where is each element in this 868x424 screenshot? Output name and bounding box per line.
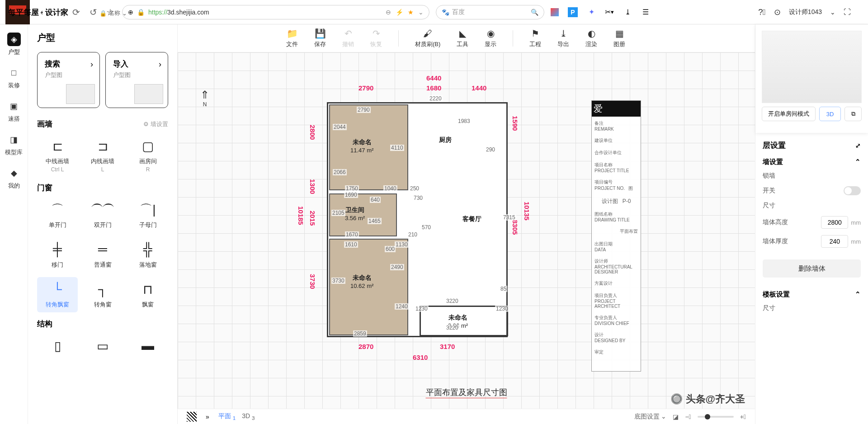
dim-label: 6310 [413, 353, 428, 361]
toggle-icon[interactable]: ◪ [673, 413, 679, 420]
ext-p-icon[interactable]: P [568, 7, 578, 17]
download-icon[interactable]: ⤓ [623, 8, 632, 17]
canvas[interactable]: ⇑N 6440 2790 1680 1440 2800 1300 2015 37… [178, 52, 755, 409]
tb-material[interactable]: 🖌材质刷(B) [415, 28, 440, 48]
view-3d[interactable]: 3D 3 [242, 412, 255, 421]
tool-draw-room[interactable]: ▢画房间R [127, 134, 168, 176]
door-icon: ⌒ [47, 201, 67, 218]
import-plan-card[interactable]: 导入 户型图 › [105, 52, 168, 108]
tool-floor-window[interactable]: ╬落地窗 [127, 237, 168, 273]
room-label: 客餐厅 [462, 215, 481, 223]
tool-corner-baywindow[interactable]: └转角飘窗 [37, 277, 78, 312]
tool-slide-door[interactable]: ╪移门 [37, 237, 78, 273]
floor-plan[interactable]: 6440 2790 1680 1440 2800 1300 2015 3730 … [322, 75, 566, 400]
tool-window[interactable]: ═普通窗 [82, 237, 123, 273]
nav-models[interactable]: ◨模型库 [5, 133, 23, 156]
search-plan-card[interactable]: 搜索 户型图 › [37, 52, 100, 108]
tool-single-door[interactable]: ⌒单开门 [37, 198, 78, 233]
dim-label: 2800 [309, 125, 316, 140]
tb-render[interactable]: ◐渲染 [585, 28, 597, 48]
search-icon[interactable]: 🔍 [531, 9, 538, 16]
ext-bird-icon[interactable]: ✦ [587, 8, 596, 17]
favorite-icon[interactable]: ★ [408, 9, 414, 16]
footer-texture-icon[interactable] [187, 412, 197, 422]
tool-struct-2[interactable]: ▭ [82, 334, 123, 358]
tool-corner-window[interactable]: ┐转角窗 [82, 277, 123, 312]
tool-centerline-wall[interactable]: ⊏中线画墙Ctrl L [37, 134, 78, 176]
wall-thickness-label: 墙体厚度 [763, 237, 788, 245]
wall-icon: ⊐ [93, 137, 113, 155]
section-title: 结构 [37, 319, 52, 329]
tb-project[interactable]: ⚑工程 [529, 28, 541, 48]
layer-settings-header[interactable]: 层设置⤢ [763, 140, 861, 151]
lock-icon: 🔒 [137, 9, 145, 16]
tb-undo[interactable]: ↶撤销 [342, 28, 354, 48]
delete-wall-button[interactable]: 删除墙体 [763, 259, 861, 278]
dim-label: 2220 [429, 95, 443, 102]
wall-thickness-input[interactable] [821, 235, 848, 248]
switch-label: 开关 [763, 187, 775, 195]
nav-floorplan[interactable]: ◈户型 [7, 33, 21, 56]
ext-grid-icon[interactable] [551, 8, 559, 16]
flash-icon[interactable]: ⚡ [396, 9, 403, 16]
wall-height-input[interactable] [821, 216, 848, 229]
dim-label: 2859 [353, 330, 367, 337]
dim-label: 1230 [415, 306, 429, 312]
zoom-in-button[interactable]: +⃝ [740, 413, 746, 420]
tb-tools[interactable]: ◣工具 [457, 28, 468, 48]
expand-icon[interactable]: ⧉ [844, 107, 862, 121]
scissors-icon[interactable]: ✂▾ [605, 8, 614, 17]
wall-settings-link[interactable]: ⚙ 墙设置 [143, 120, 168, 128]
tool-struct-1[interactable]: ▯ [37, 334, 78, 358]
dim-label: 3220 [445, 298, 459, 304]
floor-settings-header[interactable]: 楼板设置⌃ [763, 290, 861, 299]
tb-file[interactable]: 📁文件 [286, 28, 298, 48]
tb-save[interactable]: 💾保存 [314, 28, 326, 48]
tool-innerline-wall[interactable]: ⊐内线画墙L [82, 134, 123, 176]
tool-struct-3[interactable]: ▬ [127, 334, 168, 358]
star-button[interactable]: ☆ [105, 7, 116, 18]
undo-icon: ↶ [344, 28, 352, 39]
search-bar[interactable]: 🐾 百度 🔍 [436, 5, 544, 19]
nav-mine[interactable]: ◆我的 [7, 166, 21, 190]
view-2d[interactable]: 平面 1 [218, 412, 236, 421]
window-icon: ┐ [93, 281, 113, 298]
dim-label: 1690 [344, 192, 358, 198]
single-room-button[interactable]: 开启单房间模式 [762, 107, 816, 121]
footer-chevron-icon[interactable]: » [206, 413, 209, 420]
3d-button[interactable]: 3D [819, 107, 841, 121]
canvas-footer: » 平面 1 3D 3 底图设置 ⌄ ◪ −⃝ +⃝ [178, 409, 755, 424]
zoom-out-icon[interactable]: ⊖ [386, 9, 391, 16]
room-label: 厨房 [439, 136, 452, 144]
tool-baywindow[interactable]: ⊓飘窗 [127, 277, 168, 312]
menu-icon[interactable]: ☰ [641, 8, 650, 17]
search-placeholder: 百度 [452, 8, 465, 16]
tb-redo[interactable]: ↷恢复 [370, 28, 382, 48]
tb-export[interactable]: ⤓导出 [557, 28, 569, 48]
chevron-down-icon[interactable]: ⌄ [418, 9, 424, 16]
tb-display[interactable]: ◉显示 [485, 28, 496, 48]
window-icon: ═ [93, 241, 113, 258]
zoom-slider[interactable] [698, 416, 734, 418]
nav-decorate[interactable]: □装修 [7, 66, 21, 90]
back-button[interactable]: ‹ [36, 7, 47, 18]
nav-quickbuild[interactable]: ▣速搭 [7, 99, 21, 123]
tool-zimu-door[interactable]: ⌒|子母门 [127, 198, 168, 233]
zoom-out-button[interactable]: −⃝ [685, 413, 691, 420]
expand-icon: ⤢ [855, 142, 861, 149]
url-bar[interactable]: ⊕ 🔒 https://3d.shejijia.com ⊖ ⚡ ★ ⌄ [122, 5, 429, 19]
preview-viewport[interactable] [762, 31, 862, 103]
unit-label: mm [851, 219, 861, 226]
reload-button[interactable]: ⟳ [71, 7, 81, 18]
size-label: 尺寸 [763, 202, 775, 210]
undo-nav-button[interactable]: ↺ [88, 7, 99, 18]
wall-settings-header[interactable]: 墙设置⌃ [763, 158, 861, 166]
forward-button[interactable]: › [53, 7, 64, 18]
tb-album[interactable]: ▦图册 [613, 28, 625, 48]
basemap-settings[interactable]: 底图设置 ⌄ [634, 413, 667, 421]
section-title: 画墙 [37, 119, 52, 129]
tool-double-door[interactable]: ⏜⏜双开门 [82, 198, 123, 233]
lock-wall-toggle[interactable] [844, 186, 861, 195]
cloud-icon: ◆ [7, 166, 21, 180]
export-icon: ⤓ [560, 28, 567, 39]
